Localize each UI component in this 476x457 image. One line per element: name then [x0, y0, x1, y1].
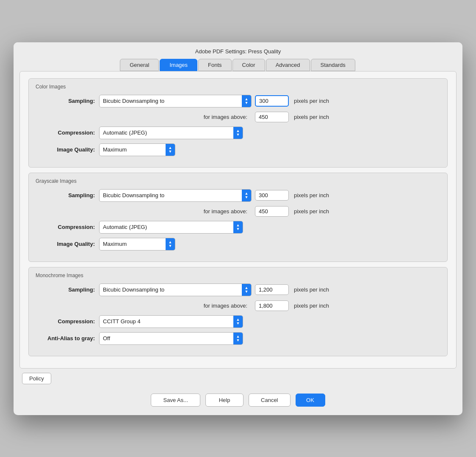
tabs-bar: General Images Fonts Color Advanced Stan…	[14, 55, 462, 71]
gray-for-label: for images above:	[36, 208, 247, 215]
color-sampling-unit: pixels per inch	[294, 98, 329, 104]
gray-sampling-select[interactable]: Bicubic Downsampling to ▲ ▼	[99, 189, 252, 202]
mono-for-row: for images above: 1,800 pixels per inch	[36, 300, 440, 311]
save-as-button[interactable]: Save As...	[151, 394, 200, 407]
gray-quality-arrows[interactable]: ▲ ▼	[166, 238, 175, 250]
monochrome-images-title: Monochrome Images	[36, 273, 440, 278]
tab-fonts[interactable]: Fonts	[198, 59, 232, 71]
color-for-ppi[interactable]: 450	[255, 112, 289, 122]
gray-for-unit: pixels per inch	[294, 208, 329, 215]
gray-quality-label: Image Quality:	[36, 241, 95, 247]
gray-compression-value: Automatic (JPEG)	[100, 222, 233, 232]
mono-for-unit: pixels per inch	[294, 303, 329, 309]
mono-antialias-row: Anti-Alias to gray: Off ▲ ▼	[36, 332, 440, 345]
mono-antialias-select[interactable]: Off ▲ ▼	[99, 332, 243, 345]
color-quality-value: Maximum	[100, 145, 166, 154]
color-sampling-value: Bicubic Downsampling to	[100, 96, 242, 106]
color-quality-row: Image Quality: Maximum ▲ ▼	[36, 143, 440, 156]
mono-sampling-select[interactable]: Bicubic Downsampling to ▲ ▼	[99, 284, 252, 296]
color-sampling-select[interactable]: Bicubic Downsampling to ▲ ▼	[99, 95, 252, 107]
color-for-label: for images above:	[36, 114, 247, 120]
color-for-row: for images above: 450 pixels per inch	[36, 112, 440, 122]
ok-button[interactable]: OK	[296, 394, 325, 407]
gray-sampling-arrows[interactable]: ▲ ▼	[242, 190, 251, 201]
mono-compression-label: Compression:	[36, 318, 95, 325]
mono-sampling-ppi[interactable]: 1,200	[255, 284, 289, 295]
color-compression-arrows[interactable]: ▲ ▼	[233, 127, 243, 139]
color-sampling-ppi[interactable]: 300	[255, 95, 289, 107]
main-content: Color Images Sampling: Bicubic Downsampl…	[19, 71, 457, 369]
bottom-area: Policy	[14, 369, 462, 388]
color-sampling-row: Sampling: Bicubic Downsampling to ▲ ▼ 30…	[36, 95, 440, 107]
mono-for-ppi[interactable]: 1,800	[255, 300, 289, 311]
color-images-section: Color Images Sampling: Bicubic Downsampl…	[28, 78, 448, 168]
mono-antialias-value: Off	[100, 333, 233, 343]
gray-compression-label: Compression:	[36, 224, 95, 230]
mono-compression-value: CCITT Group 4	[100, 317, 233, 326]
tab-color[interactable]: Color	[232, 59, 265, 71]
tab-general[interactable]: General	[120, 59, 159, 71]
mono-sampling-row: Sampling: Bicubic Downsampling to ▲ ▼ 1,…	[36, 284, 440, 296]
gray-for-row: for images above: 450 pixels per inch	[36, 206, 440, 217]
gray-compression-select[interactable]: Automatic (JPEG) ▲ ▼	[99, 221, 243, 234]
cancel-button[interactable]: Cancel	[249, 394, 290, 407]
color-compression-value: Automatic (JPEG)	[100, 128, 233, 138]
mono-sampling-label: Sampling:	[36, 286, 95, 293]
color-compression-row: Compression: Automatic (JPEG) ▲ ▼	[36, 127, 440, 139]
monochrome-images-section: Monochrome Images Sampling: Bicubic Down…	[28, 267, 448, 356]
tab-images[interactable]: Images	[160, 59, 197, 71]
gray-quality-select[interactable]: Maximum ▲ ▼	[99, 238, 175, 251]
title-bar: Adobe PDF Settings: Press Quality	[14, 42, 462, 55]
gray-sampling-value: Bicubic Downsampling to	[100, 190, 242, 200]
gray-for-ppi[interactable]: 450	[255, 206, 289, 217]
color-quality-select[interactable]: Maximum ▲ ▼	[99, 143, 175, 156]
help-button[interactable]: Help	[205, 394, 244, 407]
grayscale-images-section: Grayscale Images Sampling: Bicubic Downs…	[28, 173, 448, 262]
color-quality-label: Image Quality:	[36, 146, 95, 153]
color-sampling-label: Sampling:	[36, 98, 95, 104]
gray-compression-row: Compression: Automatic (JPEG) ▲ ▼	[36, 221, 440, 234]
gray-compression-arrows[interactable]: ▲ ▼	[233, 221, 243, 233]
mono-for-label: for images above:	[36, 303, 247, 309]
color-for-unit: pixels per inch	[294, 114, 329, 120]
gray-sampling-label: Sampling:	[36, 192, 95, 198]
color-images-title: Color Images	[36, 84, 440, 90]
mono-sampling-value: Bicubic Downsampling to	[100, 285, 242, 295]
gray-sampling-ppi[interactable]: 300	[255, 190, 289, 201]
tab-standards[interactable]: Standards	[311, 59, 355, 71]
color-compression-label: Compression:	[36, 129, 95, 136]
mono-antialias-arrows[interactable]: ▲ ▼	[233, 333, 243, 344]
mono-antialias-label: Anti-Alias to gray:	[36, 335, 95, 341]
footer: Save As... Help Cancel OK	[14, 388, 462, 415]
grayscale-images-title: Grayscale Images	[36, 178, 440, 184]
mono-compression-row: Compression: CCITT Group 4 ▲ ▼	[36, 315, 440, 328]
mono-sampling-unit: pixels per inch	[294, 286, 329, 293]
mono-compression-arrows[interactable]: ▲ ▼	[233, 316, 243, 328]
dialog: Adobe PDF Settings: Press Quality Genera…	[14, 42, 462, 415]
color-sampling-arrows[interactable]: ▲ ▼	[242, 95, 251, 107]
gray-quality-row: Image Quality: Maximum ▲ ▼	[36, 238, 440, 251]
color-compression-select[interactable]: Automatic (JPEG) ▲ ▼	[99, 127, 243, 139]
tab-advanced[interactable]: Advanced	[266, 59, 310, 71]
gray-quality-value: Maximum	[100, 239, 166, 249]
policy-button[interactable]: Policy	[22, 373, 51, 384]
color-quality-arrows[interactable]: ▲ ▼	[166, 144, 175, 156]
gray-sampling-unit: pixels per inch	[294, 192, 329, 198]
mono-sampling-arrows[interactable]: ▲ ▼	[242, 284, 251, 296]
dialog-title: Adobe PDF Settings: Press Quality	[195, 48, 281, 55]
mono-compression-select[interactable]: CCITT Group 4 ▲ ▼	[99, 315, 243, 328]
gray-sampling-row: Sampling: Bicubic Downsampling to ▲ ▼ 30…	[36, 189, 440, 202]
